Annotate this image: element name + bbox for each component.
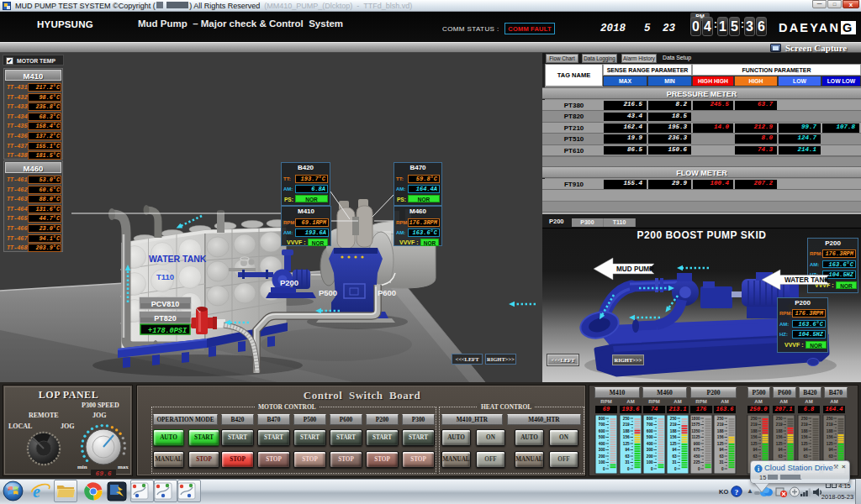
svg-text:63: 63 [719, 454, 724, 459]
svg-text:219: 219 [801, 423, 808, 427]
svg-text:94: 94 [719, 448, 724, 452]
svg-text:156: 156 [827, 435, 833, 439]
svg-text:188: 188 [776, 429, 783, 433]
svg-text:0: 0 [651, 467, 653, 471]
svg-text:800: 800 [599, 417, 605, 421]
svg-text:156: 156 [623, 435, 630, 439]
svg-text:100: 100 [599, 460, 605, 465]
svg-text:P500: P500 [319, 288, 337, 297]
svg-text:63: 63 [803, 454, 808, 459]
svg-text:600: 600 [599, 429, 605, 433]
svg-text:219: 219 [717, 423, 724, 427]
svg-text:400: 400 [599, 442, 605, 446]
svg-text:600: 600 [647, 429, 653, 433]
svg-text:700: 700 [599, 423, 605, 427]
svg-text:0: 0 [698, 467, 700, 471]
svg-text:700: 700 [647, 423, 653, 427]
svg-text:250: 250 [670, 417, 677, 421]
svg-text:250: 250 [801, 417, 808, 421]
svg-text:125: 125 [751, 442, 758, 446]
svg-text:250: 250 [717, 417, 724, 421]
svg-text:500: 500 [599, 435, 605, 439]
svg-text:156: 156 [670, 435, 677, 439]
svg-text:225: 225 [694, 460, 700, 465]
svg-text:100: 100 [647, 460, 653, 465]
svg-text:WATER TANK: WATER TANK [149, 254, 207, 264]
svg-text:188: 188 [827, 429, 833, 433]
svg-text:1350: 1350 [691, 429, 700, 433]
svg-text:94: 94 [625, 448, 630, 452]
svg-text:i: i [758, 465, 759, 473]
svg-text:125: 125 [776, 442, 783, 446]
svg-text:400: 400 [647, 442, 653, 446]
svg-text:125: 125 [801, 442, 808, 446]
svg-text:WATER TANK: WATER TANK [784, 276, 829, 284]
svg-text:63: 63 [753, 454, 758, 459]
svg-text:500: 500 [647, 435, 653, 439]
svg-text:94: 94 [803, 448, 808, 452]
svg-text:63: 63 [672, 454, 677, 459]
svg-text:300: 300 [647, 448, 653, 452]
svg-text:1575: 1575 [691, 423, 700, 427]
svg-text:0: 0 [627, 467, 630, 471]
svg-text:188: 188 [670, 429, 677, 433]
svg-text:125: 125 [623, 442, 630, 446]
svg-text:0: 0 [603, 467, 605, 471]
svg-text:1800: 1800 [691, 417, 700, 421]
svg-text:MUD PUMP: MUD PUMP [616, 265, 654, 273]
svg-text:0: 0 [721, 467, 724, 471]
svg-text:250: 250 [623, 417, 630, 421]
svg-text:250: 250 [776, 417, 783, 421]
svg-text:156: 156 [717, 435, 724, 439]
svg-text:0: 0 [674, 467, 677, 471]
svg-text:125: 125 [717, 442, 724, 446]
svg-text:125: 125 [670, 442, 677, 446]
svg-text:219: 219 [670, 423, 677, 427]
svg-text:219: 219 [776, 423, 783, 427]
svg-text:675: 675 [694, 448, 700, 452]
svg-text:94: 94 [828, 448, 833, 452]
svg-text:200: 200 [599, 454, 605, 459]
svg-text:T110: T110 [156, 272, 174, 281]
svg-text:125: 125 [827, 442, 833, 446]
svg-text:188: 188 [623, 429, 630, 433]
svg-text:31: 31 [719, 460, 724, 465]
svg-text:156: 156 [751, 435, 758, 439]
svg-text:PT820: PT820 [154, 314, 177, 323]
svg-text:63: 63 [625, 454, 630, 459]
svg-text:PCV810: PCV810 [151, 300, 180, 308]
svg-text:250: 250 [827, 417, 833, 421]
svg-text:94: 94 [672, 448, 677, 452]
svg-text:219: 219 [623, 423, 630, 427]
svg-text:31: 31 [672, 460, 677, 465]
svg-text:P200: P200 [280, 278, 298, 287]
svg-text:188: 188 [801, 429, 808, 433]
svg-text:188: 188 [751, 429, 758, 433]
svg-text:219: 219 [751, 423, 758, 427]
svg-text:?: ? [735, 488, 739, 496]
svg-text:94: 94 [778, 448, 783, 452]
svg-text:450: 450 [694, 454, 700, 459]
svg-text:300: 300 [599, 448, 605, 452]
svg-text:94: 94 [753, 448, 758, 452]
svg-text:31: 31 [625, 460, 630, 465]
svg-text:1125: 1125 [692, 435, 700, 439]
svg-text:156: 156 [801, 435, 808, 439]
svg-text:250: 250 [751, 417, 758, 421]
svg-text:800: 800 [647, 417, 653, 421]
svg-text:63: 63 [778, 454, 783, 459]
svg-text:+178.0PSI: +178.0PSI [148, 327, 188, 335]
svg-text:200: 200 [647, 454, 653, 459]
svg-text:63: 63 [828, 454, 833, 459]
svg-text:P600: P600 [378, 288, 396, 297]
svg-text:156: 156 [776, 435, 783, 439]
svg-text:188: 188 [717, 429, 724, 433]
svg-text:900: 900 [694, 442, 700, 446]
svg-text:219: 219 [827, 423, 833, 427]
